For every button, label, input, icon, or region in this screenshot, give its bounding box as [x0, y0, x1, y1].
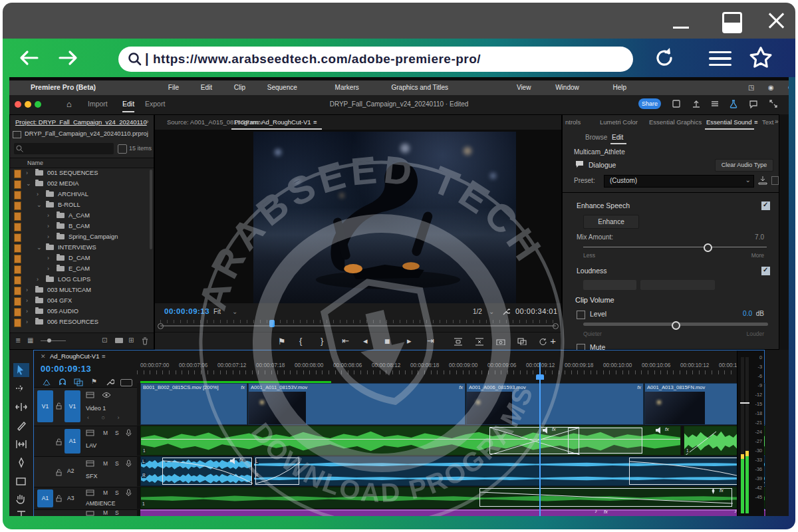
a3-source-patch[interactable]: A1: [37, 489, 53, 507]
bookmark-star-icon[interactable]: [747, 45, 774, 70]
bin-row[interactable]: ›A_CAM: [10, 211, 150, 221]
program-timecode[interactable]: 00:00:09:13: [164, 307, 209, 315]
linked-selection-icon[interactable]: [74, 378, 83, 386]
automate-icon[interactable]: ⊡: [102, 336, 107, 344]
type-tool[interactable]: [15, 509, 27, 516]
selection-tool[interactable]: [13, 363, 29, 377]
url-bar[interactable]: | https://www.arabseedtech.com/adobe-pre…: [118, 47, 633, 72]
minimize-icon[interactable]: [673, 27, 689, 29]
save-preset-icon[interactable]: [758, 176, 767, 185]
bin-row[interactable]: ›D_CAM: [10, 253, 150, 263]
menu-graphics[interactable]: Graphics and Titles: [392, 84, 449, 91]
a3-mute-button[interactable]: M: [103, 489, 108, 496]
timeline-marker-icon[interactable]: ⚑: [91, 378, 97, 385]
bin-row[interactable]: ›001 SEQUENCES: [10, 168, 150, 178]
menu-clip[interactable]: Clip: [234, 84, 245, 91]
mark-in-icon[interactable]: {: [299, 336, 302, 346]
program-video-frame[interactable]: [253, 132, 516, 303]
resolution-dropdown[interactable]: 1/2: [473, 308, 482, 315]
workspaces-icon[interactable]: [710, 99, 721, 110]
crossfade-box[interactable]: [568, 428, 642, 454]
a2-target[interactable]: A2: [67, 467, 74, 474]
insert-mode-icon[interactable]: [42, 378, 51, 386]
tab-lumetri-color[interactable]: Lumetri Color: [600, 118, 638, 126]
mix-amount-slider[interactable]: [583, 247, 767, 247]
project-tab[interactable]: Project: DRYP_Fall_Campaign_v24_20240110: [15, 118, 147, 126]
monitor-scrubber[interactable]: [160, 325, 556, 327]
timeline-timecode[interactable]: 00:00:09:13: [41, 364, 91, 374]
step-back-icon[interactable]: ◂: [363, 336, 368, 346]
audio-clip-music[interactable]: [140, 509, 765, 516]
menu-sequence[interactable]: Sequence: [267, 84, 297, 91]
bin-row[interactable]: ›004 GFX: [10, 296, 150, 306]
panel-overflow-icon[interactable]: »: [775, 118, 779, 125]
video-clip[interactable]: A001_A006_081593.movfx: [466, 383, 644, 425]
panel-overflow-icon[interactable]: »: [145, 118, 149, 125]
a4-mute-button[interactable]: M: [103, 509, 108, 516]
v1-eye-icon[interactable]: [102, 392, 111, 398]
maximize-icon[interactable]: [722, 12, 742, 33]
name-column-header[interactable]: Name: [27, 160, 43, 166]
ripple-edit-tool[interactable]: [15, 402, 27, 414]
menu-view[interactable]: View: [517, 84, 531, 91]
bin-row[interactable]: ›005 AUDIO: [10, 307, 150, 317]
play-stop-icon[interactable]: ■: [384, 336, 390, 346]
mix-amount-handle[interactable]: [704, 243, 712, 252]
v1-lock-icon[interactable]: [56, 402, 62, 410]
hand-tool[interactable]: [15, 493, 27, 505]
add-marker-icon[interactable]: ⚑: [278, 336, 286, 346]
bin-row[interactable]: ›LOG CLIPS: [10, 275, 150, 285]
new-bin-icon[interactable]: [115, 338, 123, 343]
a1-target[interactable]: A1: [65, 429, 80, 454]
status-icons[interactable]: ◳ ◉ ⊘ ☁ ◔ ⊙ ◍ ● ◎ ᛒ ▮ ◠ ○ ≡: [748, 84, 789, 91]
level-handle[interactable]: [672, 321, 680, 330]
new-item-icon[interactable]: ⊞: [128, 336, 134, 344]
video-clip[interactable]: B001_B002_0815CS.mov [200%]fx: [140, 383, 247, 425]
menu-help[interactable]: Help: [613, 84, 627, 91]
timeline-settings-icon[interactable]: [106, 378, 114, 386]
menu-edit[interactable]: Edit: [201, 84, 212, 91]
timeline-tab-menu-icon[interactable]: ≡: [102, 352, 106, 360]
goto-out-icon[interactable]: ⇥: [427, 336, 434, 346]
mark-out-icon[interactable]: }: [321, 336, 323, 346]
a2-solo-button[interactable]: S: [115, 460, 119, 467]
a1-solo-button[interactable]: S: [115, 430, 119, 436]
bin-row[interactable]: ›006 RESOURCES: [10, 317, 150, 327]
preset-dropdown[interactable]: (Custom) ⌄: [604, 175, 754, 188]
quick-export-icon[interactable]: [672, 99, 682, 110]
icon-view-icon[interactable]: ▦: [27, 336, 33, 344]
v1-source-icon[interactable]: [86, 392, 94, 398]
bin-row[interactable]: ›Spring_Campaign: [10, 232, 150, 242]
fade-out-box[interactable]: [162, 458, 252, 485]
a1-lock-icon[interactable]: [56, 438, 62, 446]
clear-audio-type-button[interactable]: Clear Audio Type: [715, 159, 773, 172]
tab-text[interactable]: Text: [762, 118, 773, 126]
bin-row[interactable]: ›003 MULTICAM: [10, 285, 150, 295]
panel-menu-icon[interactable]: ≡: [313, 118, 317, 126]
timeline-ruler[interactable]: 00:00:07:00 00:00:07:06 00:00:07:12 00:0…: [137, 362, 737, 382]
comparison-view-icon[interactable]: [517, 338, 527, 345]
lift-icon[interactable]: [454, 338, 463, 346]
playhead-handle[interactable]: [536, 374, 544, 380]
snap-magnet-icon[interactable]: [58, 378, 67, 386]
loudness-checkbox[interactable]: [761, 267, 770, 275]
app-menu[interactable]: Premiere Pro (Beta): [31, 83, 96, 91]
beaker-icon[interactable]: [729, 99, 739, 110]
goto-in-icon[interactable]: ⇤: [342, 336, 349, 346]
bin-row[interactable]: ⌄B-ROLL: [10, 200, 150, 210]
fit-dropdown[interactable]: Fit: [213, 308, 221, 315]
tab-effect-controls[interactable]: ntrols: [565, 118, 581, 126]
a2-mute-button[interactable]: M: [103, 460, 108, 467]
v1-target[interactable]: V1: [65, 390, 80, 422]
menu-file[interactable]: File: [168, 84, 179, 91]
a4-solo-button[interactable]: S: [115, 509, 119, 516]
share-button[interactable]: Share: [638, 98, 661, 109]
scrub-right-handle[interactable]: [553, 323, 559, 329]
export-frame-icon[interactable]: [496, 338, 505, 345]
sync-settings-icon[interactable]: [539, 338, 547, 346]
pen-tool[interactable]: [15, 458, 27, 469]
enhance-speech-checkbox[interactable]: [761, 201, 770, 210]
bin-row[interactable]: ⌄INTERVIEWS: [10, 243, 150, 253]
a2-mic-icon[interactable]: [126, 460, 132, 467]
bin-row[interactable]: ›B_CAM: [10, 221, 150, 231]
